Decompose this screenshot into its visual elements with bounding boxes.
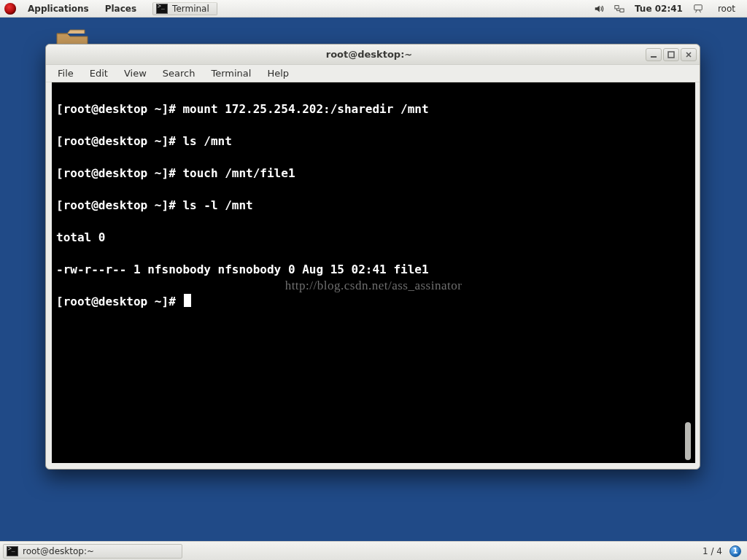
taskbar-window-label: root@desktop:~	[23, 546, 94, 556]
menu-search[interactable]: Search	[155, 66, 203, 80]
terminal-line: [root@desktop ~]# ls /mnt	[56, 133, 691, 149]
notification-bubble-icon[interactable]: 1	[729, 545, 741, 557]
terminal-menubar: File Edit View Search Terminal Help	[46, 65, 700, 82]
terminal-icon	[7, 546, 18, 556]
terminal-line: [root@desktop ~]# ls -l /mnt	[56, 198, 691, 214]
places-menu[interactable]: Places	[101, 2, 141, 15]
svg-rect-1	[620, 9, 624, 12]
scrollbar-thumb[interactable]	[685, 422, 691, 460]
cursor-icon	[184, 294, 191, 307]
volume-icon[interactable]	[594, 4, 604, 14]
window-maximize-button[interactable]	[663, 48, 679, 61]
taskbar-window-button[interactable]: root@desktop:~	[3, 544, 182, 559]
window-close-button[interactable]	[681, 48, 697, 61]
svg-rect-4	[668, 52, 674, 58]
menu-edit[interactable]: Edit	[82, 66, 115, 80]
terminal-line: [root@desktop ~]# mount 172.25.254.202:/…	[56, 101, 691, 117]
svg-rect-0	[615, 5, 619, 8]
terminal-line: total 0	[56, 230, 691, 246]
menu-help[interactable]: Help	[260, 66, 296, 80]
distro-logo-icon	[4, 3, 16, 15]
window-titlebar[interactable]: root@desktop:~	[46, 44, 700, 65]
clock[interactable]: Tue 02:41	[635, 4, 683, 14]
window-title: root@desktop:~	[93, 49, 646, 60]
svg-rect-2	[694, 4, 703, 9]
workspace-indicator[interactable]: 1 / 4	[703, 546, 722, 556]
menu-file[interactable]: File	[50, 66, 81, 80]
network-icon[interactable]	[614, 4, 624, 14]
terminal-viewport[interactable]: [root@desktop ~]# mount 172.25.254.202:/…	[52, 82, 695, 463]
terminal-line: -rw-r--r-- 1 nfsnobody nfsnobody 0 Aug 1…	[56, 262, 691, 278]
applications-menu[interactable]: Applications	[23, 2, 93, 15]
user-icon	[693, 4, 703, 14]
terminal-window: root@desktop:~ File Edit View Search Ter…	[45, 44, 700, 470]
terminal-line: [root@desktop ~]# touch /mnt/file1	[56, 166, 691, 182]
taskbar-terminal-label: Terminal	[172, 4, 209, 14]
bottom-panel: root@desktop:~ 1 / 4 1	[0, 541, 747, 560]
window-minimize-button[interactable]	[646, 48, 662, 61]
user-menu[interactable]: root	[713, 2, 740, 15]
menu-view[interactable]: View	[117, 66, 154, 80]
watermark-text: http://blog.csdn.net/ass_assinator	[52, 278, 695, 294]
terminal-line: [root@desktop ~]#	[56, 294, 691, 310]
taskbar-terminal-button[interactable]: Terminal	[152, 2, 217, 15]
top-panel: Applications Places Terminal Tue 02:41 r…	[0, 0, 747, 18]
svg-rect-3	[651, 56, 657, 58]
terminal-scrollbar[interactable]	[684, 82, 692, 463]
menu-terminal[interactable]: Terminal	[204, 66, 258, 80]
terminal-icon	[156, 4, 168, 14]
